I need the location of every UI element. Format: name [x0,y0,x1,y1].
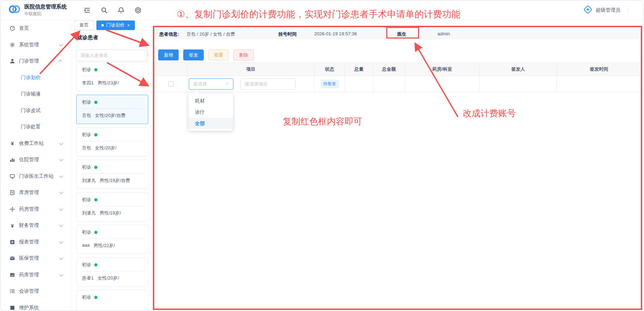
delete-button[interactable]: 删除 [233,49,254,60]
item-type-placeholder: 请选择 [193,81,207,87]
sidebar-item-charging-station[interactable]: ¥ 收费工作站 [0,135,71,152]
chevron-down-icon [59,272,63,276]
patient-card[interactable]: 初诊 豆包女性/20岁/ [76,127,148,157]
th-amount: 总金额 [373,63,405,76]
th-issue-time: 签发时间 [557,63,642,76]
patient-info: 女性/20岁/自费 [95,112,126,119]
sidebar-item-outpatient[interactable]: 门诊管理 [0,53,71,70]
doctor-value: admin [437,31,450,36]
list-icon [10,288,15,294]
chevron-down-icon [59,157,63,161]
status-badge: 待签发 [321,80,339,88]
sidebar-item-pharmacy[interactable]: 药房管理 [0,201,71,218]
patient-name: 刘潇凡 [82,177,96,184]
hospital-logo-icon [8,3,21,17]
sidebar-item-home[interactable]: 首页 [0,20,71,37]
sidebar-item-reports[interactable]: 报表管理 [0,234,71,251]
add-button[interactable]: 新增 [158,49,179,60]
monitor-icon [10,174,15,179]
bell-icon[interactable] [118,7,125,14]
status-dot-icon [94,231,97,234]
sidebar-item-outpatient-skin-test[interactable]: 门诊皮试 [0,102,71,119]
patient-search-button[interactable] [147,50,148,61]
patient-card[interactable]: 初诊 [76,290,148,311]
patient-panel-title: 就诊患者 [77,34,98,41]
patient-info-value: 豆包 / 20岁 / 女性 / 自费 [186,31,235,37]
patient-card[interactable]: 初诊 李四1男性/23岁/ [76,62,148,92]
sidebar-item-consultation[interactable]: 会诊管理 [0,283,71,300]
sidebar-item-maintenance[interactable]: 维护系统 [0,300,71,311]
report-icon [10,239,15,245]
row-issue-time-cell [557,76,642,92]
chevron-down-icon [59,190,63,194]
search-icon[interactable] [101,7,108,14]
sidebar-item-doctor-station[interactable]: 门诊医生工作站 [0,168,71,185]
patient-info: 男性/19岁/ [100,210,121,216]
tab-close-icon[interactable]: × [127,23,130,28]
th-pharmacy-dept: 药房/科室 [405,63,480,76]
dropdown-option-treatment[interactable]: 诊疗 [189,106,233,118]
status-dot-icon [94,68,97,71]
cross-arrows-icon [10,206,15,212]
item-search-input[interactable] [240,78,296,90]
patient-name: 豆包 [82,145,91,151]
patient-card[interactable]: 初诊 刘潇凡男性/19岁/自费 [76,160,148,189]
status-dot-icon [94,101,97,104]
sidebar-item-finance[interactable]: ¥ 财务管理 [0,217,71,234]
patient-card-selected[interactable]: 初诊 豆包女性/20岁/自费 [76,95,148,124]
sign-out-button[interactable]: 签退 [208,49,229,60]
app-title: 医院信息管理系统 [24,4,67,10]
item-type-select[interactable]: 请选择 [189,78,233,90]
collapse-menu-icon[interactable] [84,7,91,14]
reg-time-value: 2026-01-19 19:57:36 [314,31,357,36]
dropdown-option-consumables[interactable]: 耗材 [189,95,233,106]
visit-type-badge: 初诊 [82,164,91,170]
sidebar-item-outpatient-pricing[interactable]: 门诊划价 [0,70,71,86]
tab-home[interactable]: 首页 [74,20,94,30]
patient-info: 女性/20岁/ [97,275,119,281]
annotation-middle-text: 复制红色框内容即可 [283,116,362,127]
visit-type-badge: 初诊 [82,262,91,268]
sidebar-item-warehouse[interactable]: 库房管理 [0,184,71,201]
user-menu[interactable]: 超级管理员 [583,5,628,15]
sidebar-item-drug-store[interactable]: 药库管理 [0,267,71,283]
patient-card[interactable]: 初诊 患者1女性/20岁/ [76,257,148,287]
patient-card[interactable]: 初诊 刘潇凡男性/19岁/ [76,192,148,222]
visit-type-badge: 初诊 [82,131,91,138]
user-role-label: 超级管理员 [596,7,620,13]
row-quantity-cell [345,76,373,92]
header-divider [628,7,628,13]
patient-search-input[interactable] [77,50,147,61]
row-issuer-cell [480,76,557,92]
chevron-down-icon [59,207,63,211]
sidebar-item-inpatient[interactable]: 住院管理 [0,152,71,168]
dropdown-option-all[interactable]: 全部 [189,118,233,129]
tab-outpatient-pricing[interactable]: 门诊划价 × [96,20,135,30]
row-status-cell: 待签发 [315,76,345,92]
patient-name: 刘潇凡 [82,210,96,216]
tab-outpatient-pricing-label: 门诊划价 [106,22,125,28]
chevron-down-icon [59,256,63,260]
chevron-down-icon [59,240,63,243]
barchart-icon [10,157,15,163]
sidebar-item-system[interactable]: 系统管理 [0,37,71,53]
chevron-down-icon [59,141,63,145]
row-checkbox[interactable] [168,81,174,87]
patient-name: 李四1 [82,80,94,86]
search-icon [147,52,148,58]
sidebar-item-insurance[interactable]: 医保管理 [0,250,71,267]
patient-info-bar: 患者信息: 豆包 / 20岁 / 女性 / 自费 挂号时间 2026-01-19… [154,28,642,39]
sidebar-item-outpatient-infusion[interactable]: 门诊输液 [0,86,71,102]
sidebar-item-outpatient-treatment[interactable]: 门诊处置 [0,119,71,135]
mail-icon [10,256,15,261]
issue-button[interactable]: 签发 [183,49,204,60]
target-icon[interactable] [135,7,142,14]
chevron-down-icon [59,174,63,178]
row-amount-cell [373,76,405,92]
patient-card[interactable]: 初诊 aaa男性/22岁/ [76,225,148,254]
th-quantity: 总量 [345,63,373,76]
patient-list: 初诊 李四1男性/23岁/ 初诊 豆包女性/20岁/自费 初诊 豆包女性/20岁… [76,62,148,311]
visit-type-badge: 初诊 [82,99,91,105]
item-type-dropdown: 耗材 诊疗 全部 [189,93,233,131]
order-toolbar: 新增 签发 签退 删除 [158,49,254,60]
